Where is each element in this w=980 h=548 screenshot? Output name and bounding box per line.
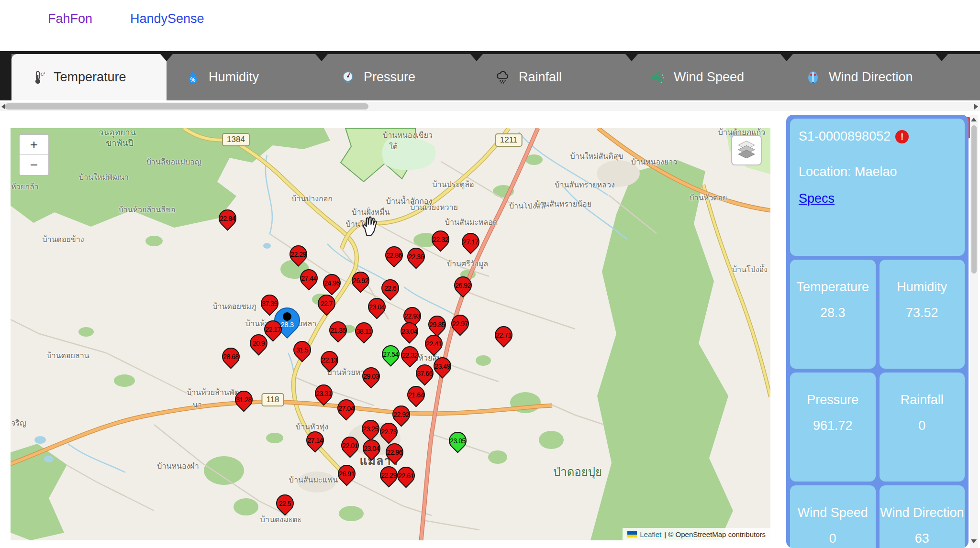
marker-value: 27.14 — [307, 432, 323, 448]
specs-link[interactable]: Specs — [799, 191, 835, 206]
place-label: บ้านสันมะแฟน — [289, 474, 338, 486]
marker-value: 22.73 — [381, 424, 397, 439]
marker-value: 22.29 — [381, 467, 397, 483]
sensor-card-label: Pressure — [790, 393, 876, 407]
marker-value: 23.05 — [450, 433, 466, 449]
tab-label: Wind Speed — [674, 70, 744, 85]
tab-separator-notch — [470, 54, 483, 61]
marker-value: 22.84 — [220, 210, 235, 226]
sensor-card-wind-direction: Wind Direction63 — [880, 485, 965, 548]
marker-value: 22.36 — [408, 249, 424, 264]
leaflet-map[interactable]: วนอุทยานขาพันปีบ้านหนองเขียวใต้บ้านด้ายภ… — [11, 128, 770, 540]
sensor-card-grid: Temperature28.3Humidity73.52Pressure961.… — [790, 260, 965, 548]
tab-pressure[interactable]: Pressure — [322, 54, 477, 100]
marker-value: 37.66 — [417, 365, 433, 381]
vertical-scrollbar-thumb[interactable] — [971, 125, 977, 274]
place-label: บ้านหัวทุ่ง — [296, 421, 328, 433]
place-label: เจริญ — [11, 417, 26, 429]
place-label: บ้านใหม่พัฒนา — [79, 171, 129, 183]
marker-value: 22.61 — [398, 468, 414, 483]
thermometer-icon: C° — [30, 69, 46, 86]
road-badge: 118 — [261, 393, 284, 406]
place-label: ขาพันปี — [106, 136, 134, 150]
scroll-down-arrow-icon[interactable] — [971, 539, 977, 543]
scroll-up-arrow-icon[interactable] — [971, 118, 977, 121]
place-label: บ้านโป่งฮึ้ง — [732, 263, 768, 275]
marker-value: 24.96 — [324, 275, 340, 291]
leaflet-link[interactable]: Leaflet — [640, 530, 661, 538]
place-label: ห้วยกล้า — [11, 181, 38, 193]
marker-value: 22.32 — [433, 231, 448, 247]
tab-temperature[interactable]: C°Temperature — [11, 54, 167, 100]
marker-value: 22.13 — [322, 352, 337, 368]
marker-value: 22.6 — [382, 280, 398, 296]
place-label: บ้านสันทรายหลวง — [555, 179, 614, 191]
marker-value: 23.31 — [316, 385, 332, 401]
wind-direction-icon — [805, 69, 821, 86]
device-header-card: S1-0000898052 ! Location: Maelao Specs — [790, 119, 965, 256]
zoom-out-button[interactable]: − — [20, 155, 48, 175]
osm-attribution-text: | © OpenStreetMap contributors — [664, 530, 766, 538]
tab-wind-direction[interactable]: Wind Direction — [787, 54, 942, 100]
map-attribution: Leaflet | © OpenStreetMap contributors — [623, 528, 770, 540]
marker-value: 21.35 — [330, 322, 346, 338]
vertical-scrollbar[interactable] — [970, 115, 978, 548]
sensor-card-humidity: Humidity73.52 — [880, 260, 965, 369]
place-label: ใต้ — [389, 141, 398, 153]
horizontal-scrollbar-thumb[interactable] — [5, 103, 368, 110]
road-badge: 1211 — [495, 133, 523, 147]
brand-fahfon-link[interactable]: FahFon — [48, 11, 92, 26]
brand-handysense-link[interactable]: HandySense — [130, 11, 204, 26]
marker-value: 27.54 — [383, 346, 399, 362]
alert-badge-icon: ! — [895, 130, 909, 143]
marker-value: 38.11 — [356, 323, 372, 339]
marker-value: 20.9 — [251, 335, 267, 351]
place-label: บ้านสันทรายน้อย — [535, 198, 591, 210]
sensor-card-label: Wind Direction — [880, 505, 965, 520]
place-label: บ้านสันมะหลอด — [445, 216, 498, 228]
scroll-right-arrow-icon[interactable] — [974, 104, 978, 110]
tab-bar-container: C°Temperature%HumidityPressureRainfallWi… — [0, 51, 980, 100]
marker-value: 22.17 — [265, 321, 281, 337]
pressure-gauge-icon — [340, 69, 356, 86]
marker-value: 28.3 — [280, 320, 293, 329]
hand-cursor-icon — [359, 215, 381, 237]
marker-value: 29.03 — [363, 368, 379, 384]
marker-value: 26.92 — [353, 273, 368, 288]
marker-value: 31.28 — [236, 392, 252, 407]
tab-wind-speed[interactable]: Wind Speed — [632, 54, 787, 100]
tab-humidity[interactable]: %Humidity — [167, 54, 322, 100]
tab-separator-notch — [935, 54, 948, 61]
sensor-card-value: 63 — [880, 531, 965, 546]
top-header: FahFon HandySense — [0, 0, 980, 51]
marker-value: 27.04 — [338, 400, 354, 416]
zoom-in-button[interactable]: + — [20, 135, 48, 155]
tab-bar-left-pad — [0, 51, 11, 100]
marker-value: 29.85 — [429, 317, 445, 332]
sensor-card-label: Wind Speed — [790, 505, 876, 520]
place-label: บ้านดอยชมภู — [212, 300, 256, 312]
place-label: บ้านดอยข้าง — [42, 233, 84, 245]
tab-rainfall[interactable]: Rainfall — [477, 54, 632, 100]
marker-value: 28.68 — [223, 349, 239, 364]
place-label: บ้านประตูล้อ — [432, 178, 474, 190]
sensor-card-value: 73.52 — [880, 306, 965, 320]
sensor-card-value: 0 — [790, 531, 876, 546]
place-label: ป่าดอยปุย — [553, 462, 602, 481]
layers-control-button[interactable] — [731, 135, 762, 165]
marker-value: 21.64 — [408, 387, 424, 403]
tab-separator-notch — [315, 54, 328, 61]
device-location: Location: Maelao — [799, 164, 897, 179]
marker-value: 22.71 — [496, 327, 512, 343]
tab-label: Wind Direction — [829, 70, 913, 85]
svg-text:C°: C° — [41, 71, 45, 76]
marker-value: 22.32 — [402, 347, 418, 363]
horizontal-scrollbar[interactable] — [0, 102, 980, 111]
marker-value: 27.17 — [463, 234, 479, 250]
marker-value: 23.04 — [401, 323, 417, 339]
marker-value: 22.97 — [452, 316, 468, 331]
road-badge: 1384 — [222, 133, 250, 146]
tab-label: Temperature — [54, 70, 126, 85]
humidity-droplet-icon: % — [185, 69, 201, 86]
device-info-panel: S1-0000898052 ! Location: Maelao Specs T… — [786, 115, 969, 548]
